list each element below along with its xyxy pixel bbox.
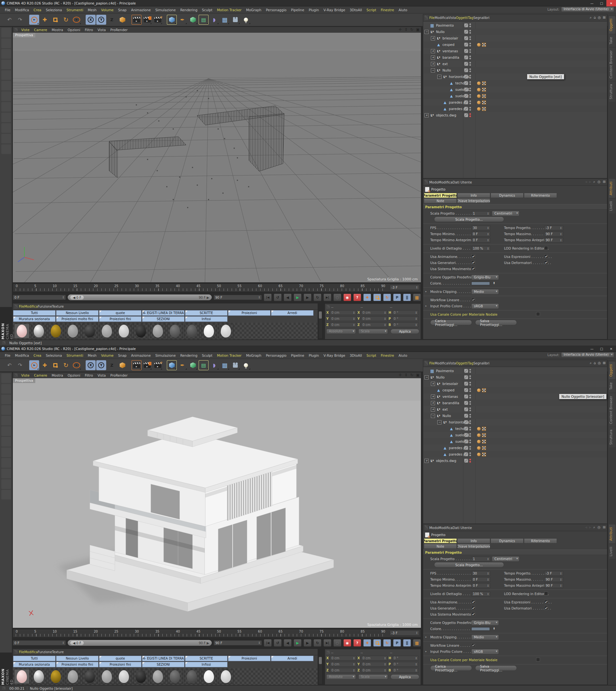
- editor-visibility-dot[interactable]: [469, 414, 471, 416]
- apply-button[interactable]: Applica: [391, 674, 419, 679]
- object-row[interactable]: suelo pt: [423, 93, 607, 99]
- material-swatch[interactable]: [116, 324, 132, 338]
- new-panel-icon[interactable]: ⊞: [603, 525, 606, 529]
- object-menu-item[interactable]: Modifica: [435, 361, 448, 365]
- render-visibility-dot[interactable]: [469, 384, 471, 386]
- panel-grip[interactable]: [424, 361, 428, 366]
- points-mode-icon[interactable]: [1, 70, 11, 80]
- expander-arrow[interactable]: ▸: [425, 650, 427, 653]
- search-icon[interactable]: ⌕: [593, 180, 595, 184]
- material-swatch[interactable]: [65, 324, 81, 338]
- object-row[interactable]: paredes p1: [423, 99, 607, 106]
- phong-tag-icon[interactable]: [477, 427, 481, 430]
- viewport-menu-item[interactable]: ProRender: [108, 373, 130, 378]
- camera-button[interactable]: [230, 15, 240, 25]
- object-row[interactable]: − Nullo: [423, 413, 607, 419]
- editor-visibility-dot[interactable]: [469, 452, 471, 454]
- object-name[interactable]: Nullo: [442, 414, 451, 418]
- key-scale-button[interactable]: [373, 639, 381, 647]
- redo-button[interactable]: ↷: [15, 360, 25, 370]
- texture-tag-icon[interactable]: [482, 107, 486, 111]
- canale-colore-nodale-checkbox[interactable]: [536, 657, 540, 662]
- attribute-tab[interactable]: Note: [424, 544, 457, 549]
- y-axis-lock[interactable]: Y: [96, 360, 106, 370]
- position-field[interactable]: 0 cm: [330, 662, 356, 667]
- tempo-min-anteprima-field[interactable]: 0 F: [471, 238, 490, 243]
- enable-toggle[interactable]: [464, 414, 468, 418]
- points-mode-icon[interactable]: [1, 416, 11, 425]
- subdivision-surface-button[interactable]: [188, 360, 198, 370]
- livello-dettaglio-field[interactable]: 100 %: [471, 246, 490, 251]
- scale-tool[interactable]: [50, 360, 60, 370]
- attribute-tab[interactable]: Parametri Progetto: [424, 193, 457, 198]
- primitive-cube-button[interactable]: [167, 15, 177, 25]
- menu-item[interactable]: Seleziona: [44, 353, 64, 358]
- material-swatch[interactable]: [218, 669, 234, 684]
- key-position-button[interactable]: ✚: [363, 293, 371, 301]
- attribute-menu-item[interactable]: Dati Utente: [453, 526, 471, 530]
- panel-grip[interactable]: [14, 650, 18, 654]
- layer-button[interactable]: Arredi: [271, 656, 313, 661]
- render-visibility-dot[interactable]: [469, 423, 471, 424]
- object-menu-item[interactable]: Tag: [468, 361, 474, 365]
- eyedropper-icon[interactable]: ✒: [492, 627, 496, 630]
- viewport-canvas[interactable]: Spaziatura Griglia : 1000 cm Prospettiva: [13, 33, 421, 282]
- material-swatch[interactable]: [82, 324, 97, 338]
- array-generator-button[interactable]: ▤: [199, 15, 208, 25]
- render-visibility-dot[interactable]: [469, 64, 471, 66]
- axis-mode-icon[interactable]: [1, 447, 11, 457]
- render-visibility-dot[interactable]: [469, 410, 471, 411]
- menu-item[interactable]: Pipeline: [289, 7, 306, 13]
- layout-dropdown[interactable]: Interfaccia di Avvio (Utente): [561, 352, 614, 357]
- home-icon[interactable]: ⌂: [594, 361, 596, 365]
- editor-visibility-dot[interactable]: [469, 459, 471, 460]
- attribute-menu-item[interactable]: Modifica: [439, 180, 453, 184]
- object-menu-item[interactable]: File: [429, 16, 435, 20]
- material-scrollbar[interactable]: [318, 311, 323, 339]
- object-menu-item[interactable]: Vista: [448, 361, 456, 365]
- previous-frame-button[interactable]: ◀: [284, 293, 292, 301]
- menu-item[interactable]: 3DtoAll: [348, 7, 364, 13]
- go-to-end-button[interactable]: ▶|: [324, 293, 331, 301]
- model-mode-icon[interactable]: [1, 39, 11, 48]
- lock-icon[interactable]: ◎: [597, 180, 600, 184]
- menu-item[interactable]: Crea: [31, 353, 43, 358]
- material-swatch[interactable]: [167, 669, 182, 684]
- edges-mode-icon[interactable]: [1, 426, 11, 436]
- livello-dettaglio-field[interactable]: 100 %: [471, 592, 490, 596]
- x-axis-lock[interactable]: X: [86, 360, 95, 370]
- slider-handle[interactable]: ◀ 0 F: [70, 295, 84, 299]
- attribute-menu-item[interactable]: Modifica: [439, 526, 453, 530]
- redo-button[interactable]: ↷: [15, 15, 25, 25]
- phong-tag-icon[interactable]: [477, 88, 481, 91]
- search-icon[interactable]: ⌕: [590, 361, 592, 365]
- workflow-lineare-checkbox[interactable]: ✔: [471, 643, 475, 647]
- usa-animazione-checkbox[interactable]: ✔: [471, 254, 475, 258]
- phong-tag-icon[interactable]: [477, 440, 481, 443]
- render-visibility-dot[interactable]: [469, 83, 471, 85]
- texture-tag-icon[interactable]: [482, 94, 486, 98]
- workplane-mode-icon[interactable]: [1, 60, 11, 69]
- editor-visibility-dot[interactable]: [469, 375, 471, 377]
- material-scrollbar[interactable]: [318, 656, 323, 684]
- enable-toggle[interactable]: [464, 43, 468, 46]
- viewport-canvas[interactable]: Spaziatura Griglia : 1000 cm Prospettiva: [13, 378, 421, 628]
- quantize-icon[interactable]: [1, 144, 11, 154]
- autokey-record-button[interactable]: ◉: [343, 639, 351, 647]
- object-name[interactable]: Nullo: [442, 68, 451, 72]
- coord-mode-dropdown[interactable]: Assoluto: [326, 329, 356, 334]
- material-menu-item[interactable]: File: [19, 650, 24, 654]
- panel-grip[interactable]: [14, 28, 18, 32]
- layer-button[interactable]: Proiezioni fini: [99, 662, 141, 667]
- unit-dropdown[interactable]: Centimetri: [492, 556, 520, 562]
- coordinate-system-button[interactable]: [117, 360, 127, 370]
- enable-toggle[interactable]: [464, 68, 468, 72]
- play-backwards-button[interactable]: ↺: [274, 293, 282, 301]
- object-row[interactable]: + ext: [423, 406, 607, 413]
- object-row[interactable]: cesped: [423, 41, 607, 48]
- expand-toggle[interactable]: +: [431, 36, 435, 40]
- object-row[interactable]: Pavimento: [423, 367, 607, 374]
- z-axis-lock[interactable]: Z: [107, 15, 117, 25]
- menu-item[interactable]: Script: [364, 353, 378, 358]
- floor-environment-button[interactable]: ▦: [220, 360, 230, 370]
